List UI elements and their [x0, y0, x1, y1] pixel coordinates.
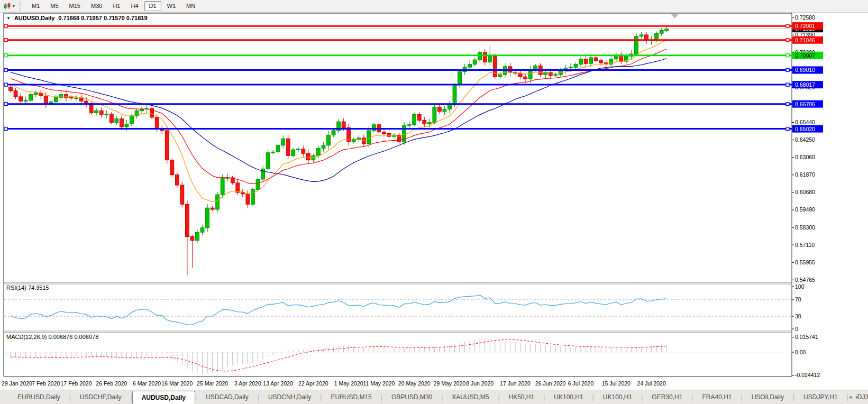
- candle-bear: [493, 56, 497, 77]
- date-tick-label: 24 Jul 2020: [637, 380, 665, 387]
- hline-handle[interactable]: [786, 103, 789, 106]
- rsi-tick-label: 30: [795, 313, 801, 319]
- chart-tab-uk100-h1[interactable]: UK100,H1: [594, 390, 641, 404]
- candle-bear: [175, 175, 179, 185]
- chevron-down-icon: ▾: [13, 4, 15, 8]
- level-badge-label: 0.68017: [795, 81, 815, 88]
- hline-handle[interactable]: [786, 68, 789, 71]
- date-tick-label: 3 Apr 2020: [234, 380, 261, 387]
- chart-tabbar: EURUSD,Daily|USDCHF,Daily|AUDUSD,Daily|U…: [0, 390, 868, 404]
- date-tick-label: 17 Feb 2020: [61, 380, 92, 387]
- timeframe-button-m15[interactable]: M15: [65, 1, 85, 11]
- candle-bear: [438, 107, 442, 111]
- rsi-tick-label: 70: [795, 296, 801, 302]
- chart-tab-hk50-h1[interactable]: HK50,H1: [500, 390, 544, 404]
- hline-handle[interactable]: [4, 103, 7, 106]
- timeframe-button-w1[interactable]: W1: [162, 1, 181, 11]
- level-badge-label: 0.66706: [795, 101, 815, 107]
- candle-bull: [206, 208, 209, 228]
- tab-scroll-arrows[interactable]: ◂▸: [849, 394, 863, 400]
- price-tick-label: 0.64250: [795, 136, 815, 143]
- timeframe-button-h4[interactable]: H4: [126, 1, 143, 11]
- chart-tab-xauusd-m5[interactable]: XAUUSD,M5: [443, 390, 498, 404]
- candle-bull: [221, 178, 224, 195]
- candle-bull: [569, 67, 573, 68]
- candle-bear: [186, 204, 189, 236]
- candle-bull: [372, 125, 376, 131]
- hline-handle[interactable]: [4, 54, 7, 57]
- candle-bull: [579, 59, 583, 65]
- chart-tab-audusd-daily[interactable]: AUDUSD,Daily: [132, 391, 195, 404]
- timeframe-button-m1[interactable]: M1: [27, 1, 44, 11]
- candle-bear: [190, 237, 194, 241]
- date-tick-label: 15 Jul 2020: [602, 380, 631, 387]
- hline-handle[interactable]: [4, 24, 7, 27]
- rsi-label: RSI(14) 74.3515: [6, 284, 49, 291]
- date-tick-label: 25 Mar 2020: [197, 380, 228, 387]
- level-badge-label: 0.69010: [795, 67, 815, 73]
- level-badge-label: 0.71046: [795, 37, 815, 43]
- hline-handle[interactable]: [786, 127, 789, 131]
- chart-tab-eurusd-m15[interactable]: EURUSD,M15: [322, 390, 380, 404]
- macd-tick-label: -0.024412: [795, 372, 820, 378]
- chart-tabs: EURUSD,Daily|USDCHF,Daily|AUDUSD,Daily|U…: [8, 390, 868, 404]
- hline-handle[interactable]: [4, 68, 7, 71]
- timeframe-buttons: M1M5M15M30H1H4D1W1MN: [26, 1, 200, 11]
- price-tick-label: 0.72580: [795, 14, 815, 21]
- collapse-arrow-icon[interactable]: ▼: [6, 16, 11, 21]
- timeframe-button-m5[interactable]: M5: [45, 1, 63, 11]
- candle-bull: [216, 195, 220, 209]
- chart-tab-usdjpy-h1[interactable]: USDJPY,H1: [794, 390, 846, 404]
- candle-bear: [165, 131, 169, 160]
- chart-tab-gbpusd-m30[interactable]: GBPUSD,M30: [382, 390, 441, 404]
- candle-bull: [498, 75, 502, 77]
- timeframe-button-d1[interactable]: D1: [144, 1, 161, 11]
- candle-bear: [423, 120, 426, 124]
- candle-bull: [95, 111, 98, 113]
- date-tick-label: 22 Apr 2020: [298, 380, 328, 387]
- candle-bull: [125, 124, 129, 127]
- candle-bull: [115, 119, 118, 123]
- hline-handle[interactable]: [786, 83, 789, 86]
- candle-bear: [342, 122, 345, 127]
- candle-bull: [458, 72, 462, 85]
- chart-tab-ger30-h1[interactable]: GER30,H1: [643, 390, 691, 404]
- chart-tab-eurusd-daily[interactable]: EURUSD,Daily: [8, 390, 69, 404]
- candle-bull: [427, 123, 431, 124]
- chart-type-button[interactable]: ▾: [1, 1, 17, 12]
- chart-tab-uk100-h1[interactable]: UK100,H1: [545, 390, 592, 404]
- timeframe-button-h1[interactable]: H1: [108, 1, 125, 11]
- timeframe-button-mn[interactable]: MN: [181, 1, 200, 11]
- candle-bear: [524, 77, 527, 79]
- chart-canvas[interactable]: 0.725800.713900.702000.690100.678200.666…: [0, 13, 868, 390]
- hline-handle[interactable]: [4, 83, 7, 86]
- hline-handle[interactable]: [786, 54, 789, 57]
- candle-bull: [200, 228, 204, 232]
- chart-tab-usdcad-daily[interactable]: USDCAD,Daily: [197, 390, 258, 404]
- hline-handle[interactable]: [4, 39, 7, 42]
- candle-bull: [453, 85, 456, 105]
- candle-bear: [120, 119, 123, 127]
- candle-bear: [347, 127, 351, 141]
- candle-bull: [413, 114, 416, 124]
- hline-handle[interactable]: [4, 127, 7, 131]
- level-badge-label: 0.70007: [795, 52, 815, 59]
- candle-bull: [488, 56, 492, 62]
- hline-handle[interactable]: [786, 24, 789, 27]
- candle-bear: [69, 97, 73, 98]
- price-tick-label: 0.58300: [795, 224, 815, 231]
- candle-bear: [382, 132, 386, 134]
- chart-tab-usdcnh-daily[interactable]: USDCNH,Daily: [259, 390, 320, 404]
- timeframe-button-m30[interactable]: M30: [86, 1, 107, 11]
- tab-scroll-left-icon[interactable]: ◂: [849, 394, 856, 400]
- toolbar-grip: [20, 2, 23, 11]
- date-tick-label: 20 May 2020: [398, 380, 431, 387]
- chart-tab-fra40-h1[interactable]: FRA40,H1: [693, 390, 741, 404]
- candle-bull: [281, 139, 285, 145]
- hline-handle[interactable]: [786, 39, 789, 42]
- tab-scroll-right-icon[interactable]: ▸: [856, 394, 863, 400]
- chart-tab-usdchf-daily[interactable]: USDCHF,Daily: [71, 390, 131, 404]
- candle-bull: [655, 33, 659, 40]
- chart-tab-usoil-daily[interactable]: USOil,Daily: [743, 390, 793, 404]
- candle-bear: [246, 194, 250, 204]
